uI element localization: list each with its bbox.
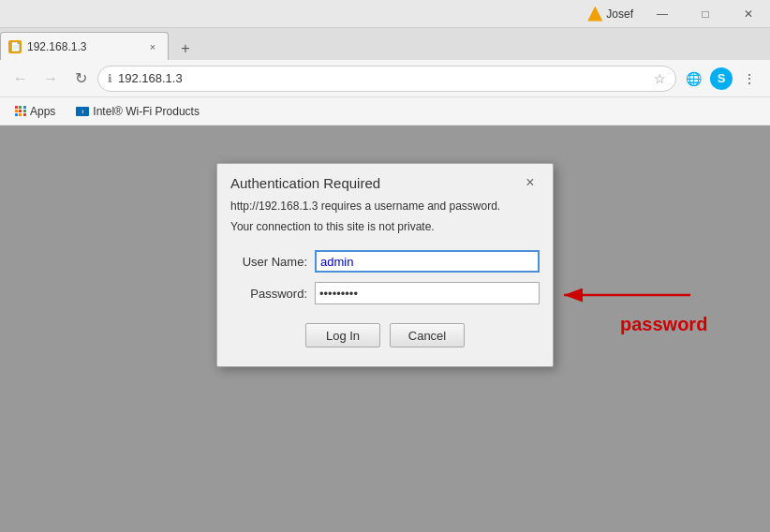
bookmark-apps-label: Apps bbox=[30, 105, 55, 118]
main-content: Authentication Required × http://192.168… bbox=[0, 126, 770, 532]
tab-close-button[interactable]: × bbox=[145, 39, 160, 54]
auth-form: User Name: Password: bbox=[230, 250, 540, 304]
info-icon: ℹ bbox=[108, 72, 112, 85]
username-label: Josef bbox=[606, 7, 633, 21]
apps-icon bbox=[15, 106, 26, 117]
dialog-header: Authentication Required × bbox=[217, 164, 553, 198]
forward-button[interactable]: → bbox=[37, 66, 64, 92]
password-label: Password: bbox=[230, 287, 315, 301]
window-close-button[interactable]: ✕ bbox=[727, 0, 770, 28]
titlebar-user: Josef bbox=[580, 7, 641, 22]
password-field: Password: bbox=[230, 282, 540, 304]
new-tab-button[interactable]: + bbox=[172, 37, 199, 60]
minimize-button[interactable]: — bbox=[641, 0, 684, 28]
bookmark-apps[interactable]: Apps bbox=[7, 103, 63, 120]
intel-icon: i bbox=[76, 107, 89, 116]
titlebar: Josef — □ ✕ bbox=[0, 0, 770, 28]
tab-favicon: 📄 bbox=[8, 40, 22, 53]
dialog-close-button[interactable]: × bbox=[521, 173, 540, 192]
username-label: User Name: bbox=[230, 255, 315, 269]
username-field: User Name: bbox=[230, 250, 540, 273]
tab-title: 192.168.1.3 bbox=[27, 40, 140, 53]
addressbar: ← → ↻ ℹ 192.168.1.3 ☆ 🌐 S ⋮ bbox=[0, 60, 770, 97]
back-button[interactable]: ← bbox=[7, 66, 34, 92]
dialog-title: Authentication Required bbox=[230, 175, 380, 191]
cancel-button[interactable]: Cancel bbox=[390, 323, 465, 347]
address-text: 192.168.1.3 bbox=[118, 71, 648, 85]
address-bar[interactable]: ℹ 192.168.1.3 ☆ bbox=[97, 66, 676, 92]
auth-dialog: Authentication Required × http://192.168… bbox=[216, 163, 554, 367]
skype-icon[interactable]: S bbox=[710, 67, 733, 90]
bookmark-intel-label: Intel® Wi-Fi Products bbox=[93, 105, 200, 118]
toolbar-icons: 🌐 S ⋮ bbox=[680, 66, 763, 92]
dialog-body: http://192.168.1.3 requires a username a… bbox=[217, 198, 553, 366]
password-input[interactable] bbox=[315, 282, 540, 304]
maximize-button[interactable]: □ bbox=[684, 0, 727, 28]
annotation-text: password bbox=[620, 314, 707, 335]
menu-button[interactable]: ⋮ bbox=[736, 66, 763, 92]
annotation-arrow bbox=[545, 286, 695, 332]
dialog-buttons: Log In Cancel bbox=[230, 323, 540, 347]
bookmarks-bar: Apps i Intel® Wi-Fi Products bbox=[0, 97, 770, 126]
bookmark-icon[interactable]: ☆ bbox=[654, 71, 666, 86]
modal-overlay: Authentication Required × http://192.168… bbox=[0, 126, 770, 532]
username-input[interactable] bbox=[315, 250, 540, 273]
globe-button[interactable]: 🌐 bbox=[680, 66, 706, 92]
dialog-desc-line2: Your connection to this site is not priv… bbox=[230, 218, 540, 235]
dialog-desc-line1: http://192.168.1.3 requires a username a… bbox=[230, 198, 540, 214]
reload-button[interactable]: ↻ bbox=[67, 66, 94, 92]
tabbar: 📄 192.168.1.3 × + bbox=[0, 28, 770, 60]
bookmark-intel[interactable]: i Intel® Wi-Fi Products bbox=[68, 103, 207, 120]
login-button[interactable]: Log In bbox=[305, 323, 380, 347]
warning-icon bbox=[587, 7, 602, 22]
browser-tab[interactable]: 📄 192.168.1.3 × bbox=[0, 32, 169, 60]
titlebar-controls: — □ ✕ bbox=[641, 0, 770, 28]
